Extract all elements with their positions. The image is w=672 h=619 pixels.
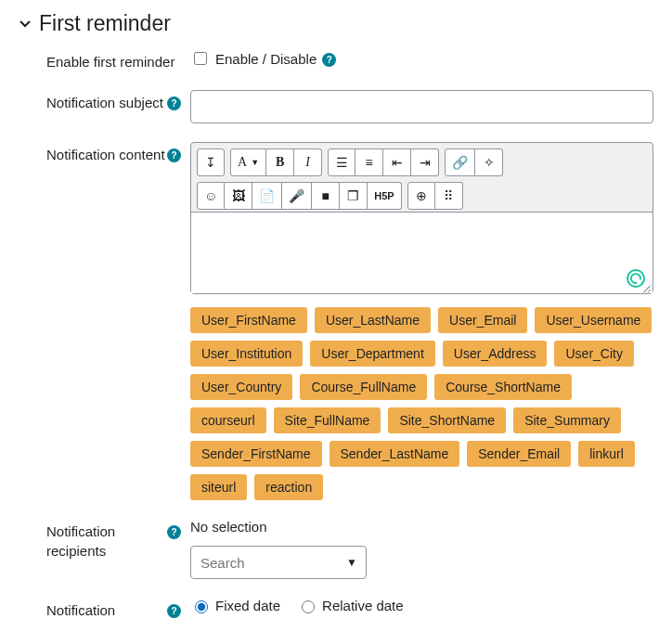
placeholder-tag[interactable]: Site_FullName — [274, 407, 381, 433]
enable-checkbox-wrap[interactable]: Enable / Disable ? — [190, 49, 336, 68]
radio-relative-input[interactable] — [302, 600, 315, 613]
placeholder-tag[interactable]: Course_ShortName — [434, 374, 572, 400]
accessibility-icon[interactable]: ⊕ — [407, 182, 435, 210]
editor-toolbar: ↧A▼BI☰≡⇤⇥🔗✧☺🖼📄🎤■❐H5P⊕⠿ — [191, 143, 653, 212]
enable-checkbox-label: Enable / Disable — [215, 51, 317, 67]
placeholder-tags: User_FirstNameUser_LastNameUser_EmailUse… — [190, 307, 653, 500]
expand-icon[interactable]: ↧ — [197, 148, 225, 176]
label-subject: Notification subject — [46, 94, 163, 112]
placeholder-tag[interactable]: User_Department — [310, 341, 435, 367]
editor-textarea[interactable] — [191, 212, 653, 293]
label-enable: Enable first reminder — [46, 53, 174, 71]
indent-icon[interactable]: ⇥ — [411, 148, 439, 176]
ordered-list-icon[interactable]: ≡ — [355, 148, 383, 176]
link-icon[interactable]: 🔗 — [445, 148, 475, 176]
enable-checkbox[interactable] — [194, 52, 207, 65]
help-icon[interactable]: ? — [167, 97, 181, 110]
subject-input[interactable] — [190, 90, 653, 123]
placeholder-tag[interactable]: siteurl — [190, 474, 247, 500]
placeholder-tag[interactable]: Site_ShortName — [388, 407, 506, 433]
recipients-search[interactable]: ▼ — [190, 546, 367, 579]
placeholder-tag[interactable]: User_Country — [190, 374, 292, 400]
unordered-list-icon[interactable]: ☰ — [328, 148, 355, 176]
radio-fixed-date[interactable]: Fixed date — [190, 598, 280, 613]
placeholder-tag[interactable]: User_LastName — [315, 307, 431, 333]
schedule-radio-group: Fixed date Relative date — [190, 598, 653, 613]
files-icon[interactable]: ❐ — [340, 182, 368, 210]
help-icon[interactable]: ? — [167, 604, 181, 618]
image-icon[interactable]: 🖼 — [225, 182, 252, 210]
mic-icon[interactable]: 🎤 — [282, 182, 312, 210]
label-content: Notification content — [46, 146, 165, 164]
recipients-search-input[interactable] — [190, 546, 367, 579]
placeholder-tag[interactable]: Sender_FirstName — [190, 441, 322, 467]
label-schedule: Notification schedule — [46, 601, 167, 619]
placeholder-tag[interactable]: User_City — [554, 341, 633, 367]
radio-fixed-input[interactable] — [195, 600, 208, 613]
recipients-no-selection: No selection — [190, 519, 653, 535]
row-enable: Enable first reminder Enable / Disable ? — [19, 49, 653, 71]
help-icon[interactable]: ? — [167, 148, 181, 162]
unlink-icon[interactable]: ✧ — [475, 148, 503, 176]
row-schedule: Notification schedule ? Fixed date Relat… — [19, 598, 653, 619]
help-icon[interactable]: ? — [167, 525, 181, 539]
placeholder-tag[interactable]: User_Username — [535, 307, 652, 333]
editor: ↧A▼BI☰≡⇤⇥🔗✧☺🖼📄🎤■❐H5P⊕⠿ — [190, 142, 653, 294]
font-style[interactable]: A▼ — [230, 148, 266, 176]
h5p-icon[interactable]: H5P — [368, 182, 401, 210]
help-icon[interactable]: ? — [322, 53, 336, 67]
placeholder-tag[interactable]: Course_FullName — [300, 374, 427, 400]
grid-icon[interactable]: ⠿ — [435, 182, 463, 210]
bold[interactable]: B — [266, 148, 294, 176]
placeholder-tag[interactable]: User_FirstName — [190, 307, 307, 333]
placeholder-tag[interactable]: User_Address — [443, 341, 548, 367]
placeholder-tag[interactable]: reaction — [254, 474, 323, 500]
caret-down-icon — [19, 18, 32, 31]
emoji-icon[interactable]: ☺ — [197, 182, 225, 210]
placeholder-tag[interactable]: Sender_LastName — [330, 441, 460, 467]
video-icon[interactable]: ■ — [312, 182, 340, 210]
placeholder-tag[interactable]: linkurl — [578, 441, 635, 467]
outdent-icon[interactable]: ⇤ — [383, 148, 411, 176]
radio-relative-date[interactable]: Relative date — [297, 598, 404, 613]
radio-fixed-label: Fixed date — [215, 598, 280, 613]
placeholder-tag[interactable]: Sender_Email — [467, 441, 571, 467]
section-title: First reminder — [39, 11, 171, 36]
placeholder-tag[interactable]: Site_Summary — [513, 407, 621, 433]
italic[interactable]: I — [294, 148, 322, 176]
label-recipients: Notification recipients — [46, 522, 167, 561]
placeholder-tag[interactable]: User_Institution — [190, 341, 303, 367]
row-content: Notification content ? ↧A▼BI☰≡⇤⇥🔗✧☺🖼📄🎤■❐… — [19, 142, 653, 500]
resize-handle-icon[interactable] — [642, 283, 652, 292]
placeholder-tag[interactable]: User_Email — [438, 307, 527, 333]
file-icon[interactable]: 📄 — [252, 182, 282, 210]
placeholder-tag[interactable]: courseurl — [190, 407, 266, 433]
radio-relative-label: Relative date — [322, 598, 404, 613]
row-subject: Notification subject ? — [19, 90, 653, 123]
row-recipients: Notification recipients ? No selection ▼ — [19, 519, 653, 579]
section-header[interactable]: First reminder — [19, 11, 653, 36]
